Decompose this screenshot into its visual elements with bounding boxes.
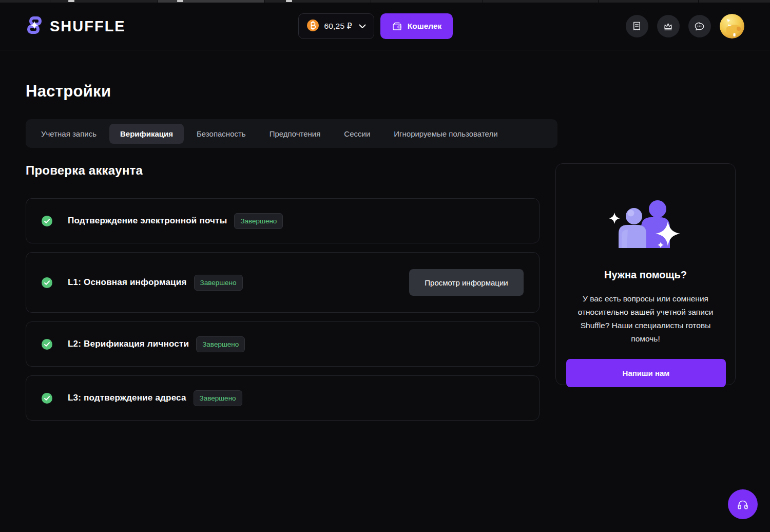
balance-amount: 60,25 ₽ [324,22,352,31]
verification-card-l3: L3: подтверждение адреса Завершено [26,375,540,421]
tab-account[interactable]: Учетная запись [30,124,107,144]
shuffle-logo[interactable]: SHUFFLE [26,15,126,37]
tab-ignored-users[interactable]: Игнорируемые пользователи [383,124,508,144]
browser-tab[interactable] [599,0,698,3]
verification-card-email: Подтверждение электронной почты Завершен… [26,198,540,243]
verification-title: L2: Верификация личности [68,339,189,349]
vip-button[interactable] [657,15,680,37]
status-badge: Завершено [194,390,242,406]
chat-bubble-icon [694,21,705,32]
user-avatar[interactable] [720,14,744,39]
browser-tab[interactable] [0,0,50,3]
shuffle-logo-icon [26,15,43,37]
settings-tabbar: Учетная запись Верификация Безопасность … [26,119,557,148]
browser-tab[interactable] [699,0,770,3]
support-people-illustration [566,198,725,254]
browser-tab[interactable] [50,0,158,3]
section-title: Проверка аккаунта [26,163,540,178]
browser-tab-strip [0,0,770,3]
receipt-icon [631,21,643,32]
tab-security[interactable]: Безопасность [186,124,257,144]
browser-tab[interactable] [371,0,483,3]
verification-title: Подтверждение электронной почты [68,216,227,226]
wallet-button-label: Кошелек [408,22,442,31]
tab-favicon [177,0,183,2]
check-circle-icon [42,216,52,226]
chat-button[interactable] [688,15,711,37]
page-title: Настройки [26,82,744,101]
bet-slip-button[interactable] [626,15,648,37]
tab-preferences[interactable]: Предпочтения [259,124,332,144]
check-circle-icon [42,339,52,350]
verification-card-l2: L2: Верификация личности Завершено [26,321,540,367]
status-badge: Завершено [194,275,243,291]
browser-tab-active[interactable] [158,0,264,3]
status-badge: Завершено [234,213,283,229]
verification-card-l1: L1: Основная информация Завершено Просмо… [26,252,540,313]
status-badge: Завершено [196,336,245,352]
check-circle-icon [42,277,52,288]
tab-favicon [68,0,74,2]
wallet-icon [392,21,402,32]
browser-tab[interactable] [265,0,371,3]
tab-sessions[interactable]: Сессии [333,124,381,144]
verification-title: L1: Основная информация [68,277,187,288]
view-information-button[interactable]: Просмотр информации [409,269,524,296]
browser-tab[interactable] [483,0,598,3]
help-card: Нужна помощь? У вас есть вопросы или сом… [555,163,736,385]
chevron-down-icon [359,24,366,29]
brand-name: SHUFFLE [50,18,126,35]
contact-us-button[interactable]: Напиши нам [566,359,726,387]
help-body-text: У вас есть вопросы или сомнения относите… [567,292,725,346]
balance-selector[interactable]: 60,25 ₽ [298,13,374,39]
check-circle-icon [42,393,52,404]
top-navbar: SHUFFLE 60,25 ₽ [0,3,770,50]
bitcoin-icon [306,19,319,34]
tab-verification[interactable]: Верификация [109,124,184,144]
wallet-button[interactable]: Кошелек [380,13,453,39]
verification-title: L3: подтверждение адреса [68,393,186,403]
headphones-icon [736,498,749,511]
tab-favicon [286,0,292,2]
support-fab-button[interactable] [728,489,758,519]
crown-icon [662,21,674,32]
help-title: Нужна помощь? [566,269,725,281]
